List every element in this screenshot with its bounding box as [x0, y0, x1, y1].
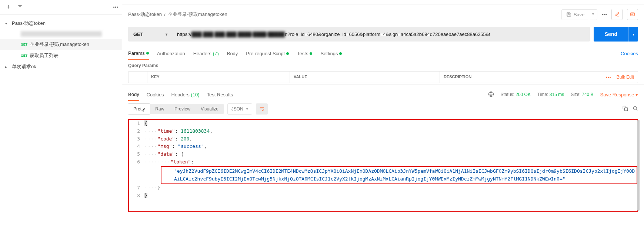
scrollbar[interactable] — [637, 120, 640, 211]
tab-authorization[interactable]: Authorization — [157, 48, 185, 59]
bulk-edit-link[interactable]: Bulk Edit — [617, 75, 634, 80]
save-dropdown[interactable]: ▾ — [589, 10, 597, 20]
status-block: Status: 200 OK — [501, 92, 531, 97]
svg-rect-8 — [625, 108, 628, 111]
query-params-table: KEY VALUE DESCRIPTION ••• Bulk Edit — [128, 71, 638, 83]
tree-label: 获取员工列表 — [30, 52, 59, 59]
sidebar-folder[interactable]: ▸单次请求ok — [0, 61, 122, 72]
response-tabs: Body Cookies Headers (10) Test Results S… — [122, 85, 644, 100]
search-icon[interactable] — [633, 106, 638, 112]
main-panel: Pass-动态token / 企业登录-获取managetoken Save ▾… — [122, 0, 644, 245]
save-response-link[interactable]: Save Response ▾ — [600, 92, 638, 97]
copy-icon[interactable] — [623, 106, 628, 112]
view-preview[interactable]: Preview — [169, 104, 196, 114]
chevron-icon: ▾ — [5, 21, 10, 26]
request-tabs-strip — [122, 0, 644, 4]
tab-body[interactable]: Body — [227, 48, 238, 59]
resp-tab-tests[interactable]: Test Results — [207, 89, 233, 100]
tree-label: 企业登录-获取managetoken — [30, 41, 89, 48]
cookies-link[interactable]: Cookies — [621, 51, 638, 56]
svg-point-9 — [634, 107, 637, 110]
tree-label: Pass-动态token — [12, 20, 46, 27]
resp-tab-headers[interactable]: Headers (10) — [171, 89, 200, 100]
view-raw[interactable]: Raw — [150, 104, 169, 114]
dot-icon — [310, 52, 312, 55]
resp-tab-cookies[interactable]: Cookies — [147, 89, 164, 100]
tab-settings[interactable]: Settings — [320, 48, 342, 59]
response-meta: Status: 200 OK Time: 315 ms Size: 740 B … — [488, 91, 638, 98]
more-actions-icon[interactable]: ••• — [602, 12, 607, 17]
kv-actions: ••• Bulk Edit — [602, 72, 638, 83]
method-select[interactable]: GET ▾ — [128, 27, 173, 42]
tab-prerequest[interactable]: Pre-request Script — [246, 48, 289, 59]
body-view-group: Pretty Raw Preview Visualize — [128, 104, 224, 114]
sidebar-item-request[interactable]: GET企业登录-获取managetoken — [0, 39, 122, 50]
query-params-header: Query Params — [122, 59, 644, 70]
save-button-group[interactable]: Save ▾ — [561, 9, 598, 20]
breadcrumb-current: 企业登录-获取managetoken — [168, 11, 227, 18]
method-badge: GET — [21, 54, 27, 57]
view-pretty[interactable]: Pretty — [128, 103, 150, 115]
sidebar-folder[interactable]: ▾Pass-动态token — [0, 18, 122, 29]
add-icon[interactable]: + — [4, 2, 14, 13]
tab-headers[interactable]: Headers (7) — [193, 48, 219, 59]
svg-rect-3 — [631, 13, 635, 16]
svg-line-10 — [636, 109, 637, 110]
size-block: Size: 740 B — [571, 92, 593, 97]
chevron-down-icon: ▾ — [166, 32, 167, 36]
tab-params[interactable]: Params — [128, 47, 149, 60]
dot-icon — [286, 52, 289, 55]
edit-icon[interactable] — [611, 9, 623, 20]
send-button-group: Send ▾ — [594, 27, 638, 42]
chevron-icon: ▸ — [5, 65, 10, 69]
breadcrumb-sep: / — [164, 12, 166, 17]
request-tabs: Params Authorization Headers (7) Body Pr… — [122, 44, 644, 59]
breadcrumb: Pass-动态token / 企业登录-获取managetoken Save ▾… — [122, 4, 644, 24]
time-block: Time: 315 ms — [537, 92, 564, 97]
wrap-lines-icon[interactable] — [256, 103, 268, 115]
tab-tests[interactable]: Tests — [297, 48, 312, 59]
chevron-down-icon: ▾ — [246, 107, 248, 111]
more-icon[interactable]: ••• — [113, 4, 118, 10]
token-highlight-box: "eyJhZ2VudF9pZCI6IDE2MCwgImV4cCI6IDE2MTE… — [161, 166, 637, 185]
save-button[interactable]: Save — [562, 10, 589, 20]
sidebar: + ••• ▾Pass-动态tokenGET ██████████-██████… — [0, 0, 122, 245]
response-body-box[interactable]: 1{ 2····"time": 1611803834, 3····"code":… — [128, 119, 638, 212]
comment-icon[interactable] — [627, 9, 638, 20]
method-label: GET — [133, 32, 143, 37]
breadcrumb-parent[interactable]: Pass-动态token — [128, 11, 162, 18]
save-icon — [566, 12, 571, 17]
kv-key-header: KEY — [147, 72, 290, 83]
kv-desc-header: DESCRIPTION — [440, 72, 602, 83]
collections-tree: ▾Pass-动态tokenGET ██████████-██████████GE… — [0, 15, 122, 75]
kv-checkbox-col — [129, 72, 147, 83]
sidebar-item-request[interactable]: GET ██████████-██████████ — [0, 29, 122, 39]
sidebar-toolbar: + ••• — [0, 0, 122, 15]
kv-value-header: VALUE — [290, 72, 440, 83]
sidebar-item-request[interactable]: GET获取员工列表 — [0, 50, 122, 61]
kv-more-icon[interactable]: ••• — [606, 75, 611, 79]
tree-label: GET ██████████-██████████ — [21, 31, 102, 37]
send-button[interactable]: Send — [594, 27, 628, 42]
format-select[interactable]: JSON ▾ — [227, 103, 252, 115]
method-badge: GET — [21, 43, 27, 46]
view-visualize[interactable]: Visualize — [196, 104, 224, 114]
tree-label: 单次请求ok — [12, 63, 36, 70]
filter-icon[interactable] — [17, 4, 23, 10]
dot-icon — [339, 52, 342, 55]
send-dropdown[interactable]: ▾ — [628, 27, 638, 42]
resp-tab-body[interactable]: Body — [128, 89, 139, 101]
dot-icon — [146, 52, 149, 54]
request-url-row: GET ▾ https://███.███.███.███:████/████/… — [128, 27, 638, 42]
url-input[interactable]: https://███.███.███.███:████/████/█████n… — [173, 27, 590, 42]
body-toolbar: Pretty Raw Preview Visualize JSON ▾ — [122, 100, 644, 117]
network-icon[interactable] — [488, 91, 494, 98]
save-label: Save — [574, 12, 585, 17]
